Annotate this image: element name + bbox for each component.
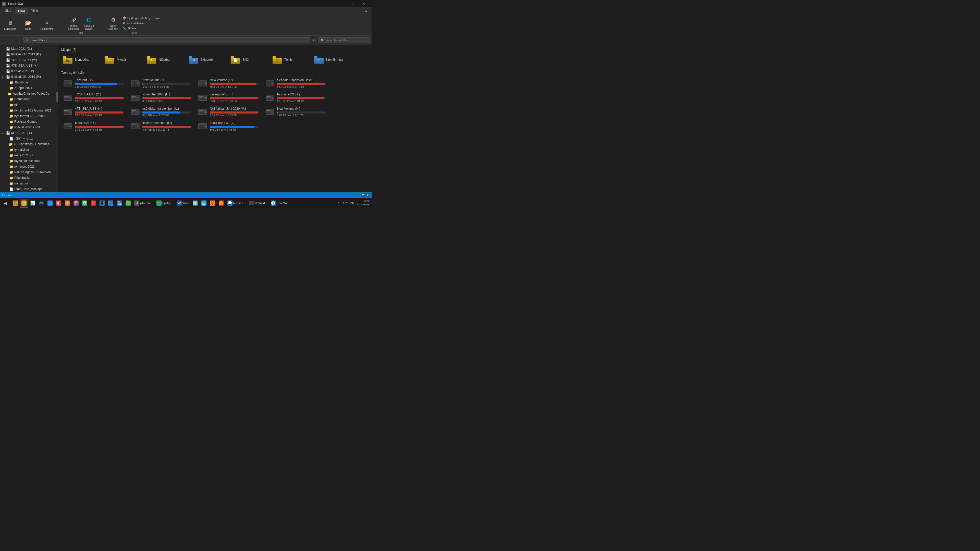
drive-item-mars2021o[interactable]: Mars 2021 (O:) 20,2 GB free of 3,63 TB [60, 119, 127, 133]
sidebar-item-7[interactable]: 📁 21 apríl 2021 [0, 85, 56, 91]
search-box[interactable]: 🔍 Leita í Þessi tölva [318, 37, 369, 43]
sidebar-item-20[interactable]: 📁 myndir af facebook [0, 158, 56, 164]
sidebar-item-1[interactable]: 💾 flakkari jólín 2019 (P:) [0, 52, 56, 57]
ribbon-btn-eiginleikar[interactable]: 🖥 Eiginleikar [2, 18, 18, 32]
drive-item-newvolumed[interactable]: New Volume (D:) 3,63 TB free of 3,63 TB [127, 76, 194, 90]
sidebar-item-0[interactable]: 💾 Mars 2021 (O:) [0, 46, 56, 52]
system-clock[interactable]: 23:22 10.6.2021 [357, 199, 369, 207]
sidebar-item-8[interactable]: 📁 Agatha Christie's Poirot Complete 1080… [0, 91, 56, 97]
folder-item-myndbönd[interactable]: 🎬 Myndbönd [60, 54, 101, 66]
taskbar-item-18[interactable]: 🐋 [200, 199, 208, 208]
drive-item-seagateexpansiondrivef[interactable]: Seagate Expansion Drive (F:) 88,7 GB fre… [262, 76, 329, 90]
drive-item-febrar2021j[interactable]: febrúar 2021 (J:) 67,5 GB free of 1,81 T… [262, 91, 329, 104]
taskbar-item-9[interactable]: 🔴 [89, 199, 97, 208]
sidebar-item-2[interactable]: 💾 TOSHIBA EXT (V:) [0, 57, 56, 63]
taskbar-item-16[interactable]: WWord [175, 199, 191, 208]
sidebar-item-13[interactable]: 📁 Rockstar Games [0, 119, 56, 124]
refresh-button[interactable]: ↻ [311, 37, 318, 43]
sidebar-item-24[interactable]: 📁 ruv sarpuinn [0, 181, 56, 186]
sidebar-item-14[interactable]: 📁 special victims unit [0, 124, 56, 130]
taskbar-item-15[interactable]: 🎵Spotify... [155, 199, 175, 208]
taskbar-item-5[interactable]: 🎯 [55, 199, 63, 208]
ribbon-btn-tengja[interactable]: 🔗 Tengjaefnisskrár [66, 15, 81, 31]
tray-lang[interactable]: ÍSL [350, 201, 355, 206]
sidebar-item-9[interactable]: 📁 Draumarnir [0, 97, 56, 102]
sidebar-item-11[interactable]: 📁 nýtt torrent 12 febrúar 2021 [0, 108, 56, 113]
taskbar-item-13[interactable]: 🟢 [124, 199, 132, 208]
sidebar-item-19[interactable]: 📁 mars 2021 - 2 [0, 152, 56, 158]
drive-item-backupdiskuri[interactable]: backup diskur (I:) 35,0 GB free of 3,63 … [195, 91, 261, 104]
sidebar-item-25[interactable]: 📄 Start_Here_Mac.app [0, 186, 56, 192]
taskbar-item-23[interactable]: 💽Disk Ma... [269, 199, 291, 208]
sidebar-item-21[interactable]: 📁 nýtt mars 2021 [0, 164, 56, 169]
view-list-button[interactable]: ☰ [361, 193, 365, 197]
folder-item-skjáborð[interactable]: 🖥 Skjáborð [186, 54, 227, 66]
view-grid-button[interactable]: ⊞ [366, 193, 369, 197]
taskbar-item-21[interactable]: 💬Messen... [226, 199, 247, 208]
tray-chevron[interactable]: ^ [336, 201, 341, 206]
close-button[interactable]: ✕ [358, 0, 369, 8]
drive-item-flakkarijln2019p[interactable]: flakkari jólín 2019 (P:) 8,34 GB free of… [127, 119, 194, 133]
ribbon-btn-baeta[interactable]: 🌐 Bæta viðnetdrif [82, 15, 96, 31]
sidebar-item-5[interactable]: ▶ 💾 flakkari jólín 2019 (P:) [0, 74, 56, 79]
drive-item-newvolumee[interactable]: New Volume (E:) 89,2 GB free of 1,81 TB [195, 76, 261, 90]
taskbar-item-20[interactable]: 🟠 [217, 199, 225, 208]
forward-button[interactable]: › [9, 37, 15, 43]
drive-item-4tbseausbk[interactable]: 4TB_SEA_USB (K:) 58,3 GB free of 3,63 TB [60, 105, 127, 118]
sidebar-item-22[interactable]: 📁 Palli og Agnes - Eurovision [0, 169, 56, 175]
taskbar-item-6[interactable]: ⚡ [63, 199, 72, 208]
sidebar-item-18[interactable]: 📁 fyrir alvildu [0, 147, 56, 152]
ribbon-collapse-button[interactable]: ▲ [363, 8, 369, 14]
sidebar-scrollbar[interactable] [56, 45, 58, 202]
taskbar-item-2[interactable]: 📊 [29, 199, 37, 208]
address-container[interactable]: 🖥 › Þessi tölva › [24, 37, 310, 43]
taskbar-item-3[interactable]: 🎮 [37, 199, 45, 208]
up-button[interactable]: ↑ [16, 37, 22, 43]
folder-item-skjöl[interactable]: 📄 Skjöl [228, 54, 269, 66]
sidebar-item-12[interactable]: 📁 nýtt torrent 28.12.2019 [0, 113, 56, 119]
sidebar-item-16[interactable]: 📄 , Söfn – isl.txt [0, 136, 56, 141]
drive-item-njiflakkarijn2020m[interactable]: Nýji flakkari Júní 2020 (M:) 4,54 GB fre… [195, 105, 261, 118]
ribbon-btn-stillingar[interactable]: ⚙ Opnastillingar [107, 15, 120, 31]
taskbar-item-11[interactable]: 🔵 [107, 199, 115, 208]
taskbar-item-4[interactable]: 🌐 [46, 199, 54, 208]
taskbar-item-17[interactable]: 🔄 [191, 199, 199, 208]
ribbon-btn-kerfisstilleikar[interactable]: 🖥 Kerfisstilleikar [121, 21, 162, 25]
taskbar-item-22[interactable]: ⬛C:\Wind... [248, 199, 269, 208]
maximize-button[interactable]: □ [346, 0, 358, 8]
sidebar-item-23[interactable]: 📁 Photobucket [0, 175, 56, 181]
taskbar-item-14[interactable]: µµTorrent... [133, 199, 154, 208]
taskbar-item-19[interactable]: 🦊 [208, 199, 217, 208]
drive-item-toshibaextg[interactable]: TOSHIBA EXT (G:) 13,7 GB free of 3,63 TB [60, 91, 127, 104]
start-button[interactable]: ⊞ [0, 198, 10, 208]
drive-item-m2diskurfrsteinril[interactable]: m.2 diskur frá steinþóri (L:) 54,6 GB fr… [127, 105, 194, 118]
tab-skra[interactable]: Skrá [2, 8, 14, 14]
minimize-button[interactable]: — [334, 0, 346, 8]
ribbon-btn-opna[interactable]: 📂 Opna [22, 18, 34, 32]
folder-item-myndir[interactable]: 🖼 Myndir [102, 54, 143, 66]
drive-item-tlvudrifc[interactable]: Tölvudrif (C:) 143 GB free of 930 GB [60, 76, 127, 90]
sidebar-item-6[interactable]: 📁 .thumbnail [0, 79, 56, 85]
sidebar-item-4[interactable]: 💾 febrúar 2021 (J:) [0, 68, 56, 74]
sidebar-item-10[interactable]: 📁 efni [0, 102, 56, 108]
ribbon-btn-endurnefna[interactable]: ✏ Endurnefna [38, 18, 56, 32]
sidebar-item-17[interactable]: 📁 C - Christmas - Christmas 93,5 gB [0, 141, 56, 147]
folder-item-niðurhal[interactable]: ⬇ Niðurhal [144, 54, 185, 66]
drive-item-newvolumen[interactable]: New Volume (N:) 1,81 TB free of 1,81 TB [262, 105, 329, 118]
sidebar-item-15[interactable]: ▶ 💾 Mars 2021 (O:) [0, 130, 56, 136]
taskbar-item-12[interactable]: 🏪 [115, 199, 124, 208]
taskbar-item-7[interactable]: 📦 [72, 199, 80, 208]
ribbon-btn-fjarlacja[interactable]: 📦 Fjarlægja eða breyta forriti [121, 16, 162, 21]
back-button[interactable]: ‹ [2, 37, 8, 43]
drive-item-november2020h[interactable]: November 2020 (H:) 38,1 GB free of 3,63 … [127, 91, 194, 104]
taskbar-item-8[interactable]: 🅠 [81, 199, 89, 208]
tab-tolva[interactable]: Tölva [14, 8, 28, 14]
tab-yfirlit[interactable]: Yfirlit [28, 8, 41, 14]
taskbar-item-0[interactable]: 🎵 [11, 199, 19, 208]
folder-item-tónlist[interactable]: 🎵 Tónlist [269, 54, 310, 66]
taskbar-item-1[interactable]: 🗂 [20, 199, 28, 208]
drive-item-toshibaextv[interactable]: TOSHIBA EXT (V:) 366 GB free of 3,63 TB [195, 119, 261, 133]
taskbar-item-10[interactable]: 📱 [98, 199, 106, 208]
sidebar-item-3[interactable]: 💾 4TB_SEA_USB (K:) [0, 63, 56, 68]
folder-item-þrívíðirhlutir[interactable]: 🔷 Þrívíðir hlutir [311, 54, 352, 66]
